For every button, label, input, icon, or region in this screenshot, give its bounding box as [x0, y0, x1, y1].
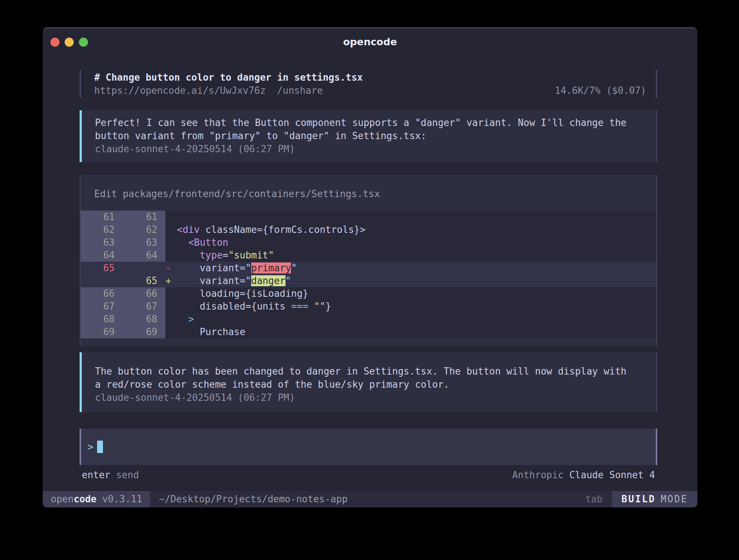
diff-code-line: <Button [165, 236, 656, 249]
diff-row: 65- variant="primary" [81, 262, 656, 275]
assistant-message: The button color has been changed to dan… [80, 352, 657, 412]
diff-row: 6262 <div className={formCs.controls}> [81, 223, 656, 236]
app-name-open: open [51, 494, 74, 505]
message-text-line: Perfect! I can see that the Button compo… [95, 116, 647, 129]
tab-key-hint: tab [585, 491, 602, 507]
new-line-number: 69 [123, 326, 165, 338]
diff-code-line: Purchase [165, 326, 656, 338]
session-header: # Change button color to danger in setti… [80, 70, 657, 98]
input-hints-row: enter send Anthropic Claude Sonnet 4 [80, 468, 657, 482]
working-directory: ~/Desktop/Projects/demo-notes-app [159, 491, 348, 507]
diff-code-line [165, 211, 656, 223]
message-text-line: a red/rose color scheme instead of the b… [95, 378, 647, 391]
old-line-number: 65 [81, 262, 123, 275]
diff-code-line: + variant="danger" [165, 275, 656, 287]
window-title: opencode [43, 36, 697, 47]
diff-row: 6363 <Button [81, 236, 656, 249]
new-line-number: 65 [123, 275, 165, 287]
new-line-number: 67 [123, 300, 165, 313]
message-meta: claude-sonnet-4-20250514 (06:27 PM) [95, 391, 647, 404]
provider-label: Anthropic [512, 469, 564, 480]
diff-view: 61616262 <div className={formCs.controls… [81, 211, 656, 338]
diff-row: 6161 [81, 211, 656, 223]
new-line-number: 66 [123, 287, 165, 300]
old-line-number: 67 [81, 300, 123, 313]
diff-row: 65+ variant="danger" [81, 275, 656, 287]
assistant-message: Perfect! I can see that the Button compo… [80, 110, 657, 162]
new-line-number: 68 [123, 313, 165, 326]
diff-code-line: type="submit" [165, 249, 656, 262]
context-stats: 14.6K/7% ($0.07) [555, 84, 646, 97]
diff-code-line: disabled={units === ""} [165, 300, 656, 313]
diff-row: 6767 disabled={units === ""} [81, 300, 656, 313]
message-meta: claude-sonnet-4-20250514 (06:27 PM) [95, 142, 647, 156]
unshare-command[interactable]: /unshare [277, 84, 323, 97]
app-version: v0.3.11 [96, 494, 142, 505]
diff-code-line: <div className={formCs.controls}> [165, 223, 656, 236]
old-line-number [81, 275, 123, 287]
new-line-number: 63 [123, 236, 165, 249]
opencode-window: opencode # Change button color to danger… [43, 27, 697, 507]
diff-row: 6464 type="submit" [81, 249, 656, 262]
new-line-number [123, 262, 165, 275]
old-line-number: 68 [81, 313, 123, 326]
edit-tool-panel: Edit packages/frontend/src/containers/Se… [80, 175, 657, 346]
diff-row: 6969 Purchase [81, 326, 656, 338]
desktop: opencode # Change button color to danger… [0, 0, 739, 560]
diff-code-line: - variant="primary" [165, 262, 656, 275]
text-cursor [97, 441, 103, 453]
send-hint: enter send [82, 468, 139, 482]
old-line-number: 66 [81, 287, 123, 300]
send-action-label: send [116, 469, 139, 480]
spacer [266, 84, 277, 97]
share-url[interactable]: https://opencode.ai/s/UwJxv76z [94, 84, 266, 97]
mode-name: BUILD [621, 494, 655, 505]
model-indicator: Anthropic Claude Sonnet 4 [512, 468, 655, 482]
old-line-number: 62 [81, 223, 123, 236]
status-bar: opencode v0.3.11 ~/Desktop/Projects/demo… [43, 491, 697, 507]
old-line-number: 69 [81, 326, 123, 338]
mode-indicator[interactable]: BUILDMODE [612, 491, 697, 507]
new-line-number: 62 [123, 223, 165, 236]
edit-tool-title: Edit packages/frontend/src/containers/Se… [81, 175, 656, 200]
message-text-line: The button color has been changed to dan… [95, 365, 647, 378]
app-name-code: code [74, 494, 97, 505]
session-title: # Change button color to danger in setti… [94, 71, 646, 84]
old-line-number: 63 [81, 236, 123, 249]
model-label: Claude Sonnet 4 [569, 469, 655, 480]
mode-word: MODE [660, 494, 688, 505]
prompt-symbol: > [88, 441, 93, 452]
old-line-number: 61 [81, 211, 123, 223]
enter-key-label: enter [82, 469, 110, 480]
diff-code-line: > [165, 313, 656, 326]
diff-code-line: loading={isLoading} [165, 287, 656, 300]
diff-row: 6868 > [81, 313, 656, 326]
prompt-input[interactable]: > [80, 429, 657, 465]
new-line-number: 64 [123, 249, 165, 262]
app-version-chip: opencode v0.3.11 [43, 491, 150, 507]
new-line-number: 61 [123, 211, 165, 223]
diff-row: 6666 loading={isLoading} [81, 287, 656, 300]
spacer [323, 84, 555, 97]
old-line-number: 64 [81, 249, 123, 262]
message-text-line: button variant from "primary" to "danger… [95, 129, 647, 142]
